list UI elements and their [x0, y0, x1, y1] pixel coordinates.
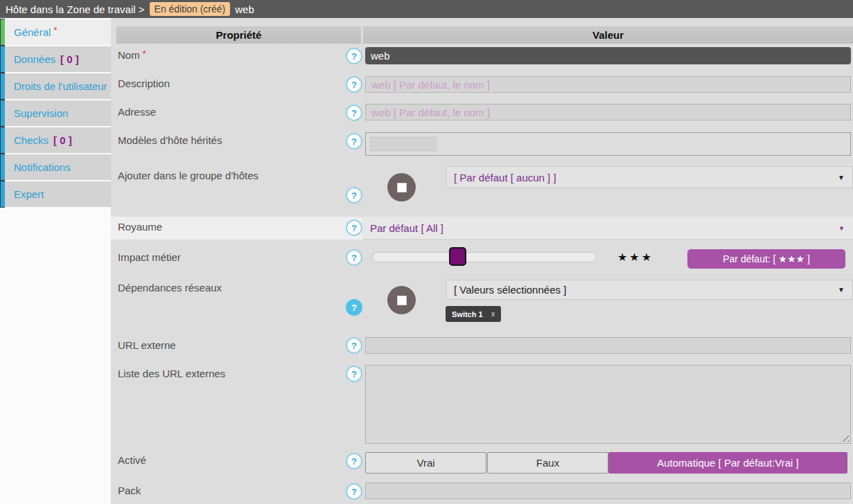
- help-icon[interactable]: ?: [346, 249, 362, 266]
- help-icon[interactable]: ?: [346, 105, 362, 121]
- field-label-adresse: Adresse: [118, 106, 156, 118]
- count-badge: [ 0 ]: [60, 53, 79, 65]
- tab-active-indicator: [0, 19, 5, 46]
- form-panel: Propriété Valeur Nom* ? Description ? Ad…: [111, 18, 853, 504]
- tab-indicator: [0, 127, 5, 154]
- field-label-pack: Pack: [118, 485, 141, 496]
- titlebar: Hôte dans la Zone de travail > En éditio…: [0, 0, 853, 18]
- tab-indicator: [0, 181, 5, 208]
- field-label-nom: Nom*: [118, 49, 146, 61]
- stop-square-icon: [397, 183, 407, 192]
- field-label-royaume: Royaume: [118, 221, 162, 233]
- impact-default-button[interactable]: Par défaut: [ ★★★ ]: [687, 249, 845, 269]
- dependances-dropdown[interactable]: [ Valeurs sélectionnées ] ▼: [446, 280, 853, 300]
- tab-indicator: [0, 46, 5, 73]
- sidebar-item-label: Expert: [14, 188, 44, 200]
- tab-indicator: [0, 73, 5, 100]
- sidebar-item-expert[interactable]: Expert: [0, 181, 111, 207]
- help-icon[interactable]: ?: [346, 187, 362, 204]
- help-icon[interactable]: ?: [346, 337, 362, 354]
- count-badge: [ 0 ]: [53, 134, 72, 146]
- tab-indicator: [0, 100, 5, 127]
- help-icon[interactable]: ?: [346, 366, 362, 382]
- sidebar-item-label: Checks: [14, 134, 49, 146]
- impact-stars-value: ★★★: [617, 251, 653, 264]
- breadcrumb: Hôte dans la Zone de travail >: [6, 3, 145, 15]
- help-icon[interactable]: ?: [346, 48, 362, 64]
- dropdown-selected-value: [ Valeurs sélectionnées ]: [454, 284, 566, 296]
- required-asterisk: *: [143, 48, 146, 59]
- sidebar-item-supervision[interactable]: Supervision: [0, 100, 111, 126]
- help-icon[interactable]: ?: [346, 453, 362, 469]
- sidebar-item-checks[interactable]: Checks [ 0 ]: [0, 127, 111, 153]
- sidebar-item-droits[interactable]: Droits de l'utilisateur: [0, 73, 111, 99]
- nom-input[interactable]: [365, 47, 851, 64]
- chevron-down-icon: ▼: [838, 286, 845, 294]
- column-header-property: Propriété: [116, 26, 361, 44]
- field-label-url-externe: URL externe: [118, 339, 176, 351]
- chevron-down-icon: ▼: [838, 174, 845, 181]
- sidebar-item-notifications[interactable]: Notifications: [0, 154, 111, 180]
- dependances-action-button[interactable]: [387, 286, 416, 314]
- entity-name: web: [235, 3, 254, 15]
- help-icon[interactable]: ?: [346, 133, 362, 150]
- sidebar-item-label: Droits de l'utilisateur: [14, 80, 107, 92]
- sidebar-item-label: Données: [14, 53, 55, 65]
- help-icon[interactable]: ?: [346, 76, 362, 93]
- field-label-impact-metier: Impact métier: [118, 251, 181, 263]
- tab-indicator: [0, 154, 5, 181]
- modeles-hote-input[interactable]: [369, 136, 437, 152]
- status-badge: En édition (créé): [150, 2, 231, 16]
- groupe-hotes-action-button[interactable]: [387, 173, 416, 201]
- sidebar-item-label: Général: [14, 26, 51, 38]
- select-selected-value: Par défaut [ All ]: [370, 222, 443, 234]
- chevron-down-icon: ▼: [838, 225, 845, 232]
- url-externe-input[interactable]: [365, 337, 851, 354]
- active-option-automatique[interactable]: Automatique [ Par défaut:Vrai ]: [608, 452, 847, 474]
- sidebar-item-general[interactable]: Général *: [0, 19, 111, 45]
- field-label-description: Description: [118, 78, 170, 89]
- column-header-value: Valeur: [363, 26, 853, 44]
- royaume-select[interactable]: Par défaut [ All ] ▼: [365, 217, 853, 240]
- tag-label: Switch 1: [452, 310, 483, 318]
- liste-url-externes-textarea[interactable]: [365, 365, 851, 444]
- active-option-vrai[interactable]: Vrai: [365, 452, 486, 474]
- help-icon[interactable]: ?: [346, 483, 362, 500]
- adresse-input[interactable]: [365, 104, 851, 120]
- tag-close-icon[interactable]: x: [491, 310, 495, 318]
- sidebar-item-donnees[interactable]: Données [ 0 ]: [0, 46, 111, 72]
- pack-input[interactable]: [365, 483, 851, 499]
- help-icon[interactable]: ?: [346, 219, 362, 236]
- sidebar: Général * Données [ 0 ] Droits de l'util…: [0, 18, 111, 504]
- stop-square-icon: [397, 296, 407, 305]
- description-input[interactable]: [365, 76, 851, 93]
- field-label-modeles-hote: Modèles d'hôte hérités: [118, 134, 222, 146]
- sidebar-item-label: Notifications: [14, 161, 71, 173]
- modeles-hote-tag-area[interactable]: [365, 132, 851, 156]
- help-icon[interactable]: ?: [346, 299, 362, 316]
- field-label-active: Activé: [118, 454, 146, 466]
- required-asterisk: *: [53, 25, 57, 35]
- field-label-liste-url-externes: Liste des URL externes: [118, 368, 225, 379]
- dependances-tag-switch1: Switch 1 x: [446, 306, 501, 322]
- field-label-groupe-hotes: Ajouter dans le groupe d'hôtes: [118, 170, 258, 181]
- field-label-dependances-reseaux: Dépendances réseaux: [118, 282, 222, 294]
- impact-slider[interactable]: [372, 252, 597, 262]
- groupe-hotes-dropdown[interactable]: [ Par défaut [ aucun ] ] ▼: [446, 166, 853, 188]
- sidebar-item-label: Supervision: [14, 107, 68, 119]
- dropdown-selected-value: [ Par défaut [ aucun ] ]: [454, 172, 556, 183]
- active-option-faux[interactable]: Faux: [487, 452, 608, 474]
- impact-slider-handle[interactable]: [449, 247, 466, 266]
